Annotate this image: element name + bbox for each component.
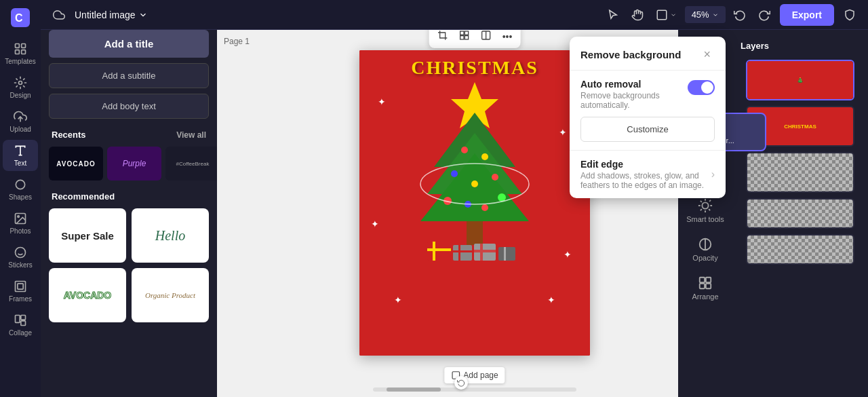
svg-point-13 — [16, 248, 26, 258]
sidebar-label-frames: Frames — [9, 295, 32, 303]
svg-point-38 — [498, 193, 506, 202]
svg-rect-5 — [22, 50, 26, 54]
svg-rect-45 — [427, 248, 451, 251]
svg-point-32 — [461, 147, 468, 153]
svg-rect-20 — [21, 321, 26, 326]
sidebar-item-templates[interactable]: Templates — [3, 38, 38, 69]
svg-point-35 — [492, 174, 498, 181]
svg-rect-18 — [16, 316, 20, 323]
recent-item-avocado[interactable]: AVOCADO — [49, 147, 103, 181]
smart-tools-label: Smart tools — [686, 215, 724, 223]
svg-rect-66 — [706, 278, 711, 282]
add-body-button[interactable]: Add body text — [49, 94, 209, 119]
svg-rect-16 — [16, 282, 26, 292]
sidebar-item-shapes[interactable]: Shapes — [3, 174, 38, 205]
sparkle-6: ✦ — [547, 295, 555, 305]
undo-button[interactable] — [730, 5, 750, 25]
sparkle-5: ✦ — [394, 295, 402, 305]
recommended-header: Recommended — [41, 183, 217, 206]
frame-tool-button[interactable] — [652, 5, 681, 25]
float-more-button[interactable]: ••• — [500, 30, 515, 45]
auto-removal-row: Auto removal Remove backgrounds automati… — [580, 79, 715, 110]
sidebar-item-text[interactable]: Text — [3, 140, 38, 171]
top-bar: Untitled image 45% Export — [41, 0, 868, 30]
sidebar-item-collage[interactable]: Collage — [3, 309, 38, 341]
float-crop-button[interactable] — [435, 30, 451, 45]
recents-header: Recents View all — [41, 121, 217, 144]
shield-button[interactable] — [840, 5, 860, 25]
recents-grid: AVOCADO Purple #CoffeeBreak › — [41, 144, 217, 183]
edit-edge-chevron-icon: › — [711, 168, 715, 181]
svg-rect-19 — [21, 316, 26, 320]
svg-rect-3 — [22, 44, 26, 48]
sidebar-label-stickers: Stickers — [8, 261, 33, 269]
add-subtitle-button[interactable]: Add a subtitle — [49, 63, 209, 88]
float-grid-button[interactable] — [456, 30, 473, 45]
svg-rect-46 — [453, 245, 472, 261]
zoom-button[interactable]: 45% — [685, 6, 726, 23]
edit-edge-section[interactable]: Edit edge Add shadows, strokes, glow, an… — [570, 151, 726, 198]
svg-point-10 — [16, 180, 24, 189]
svg-rect-68 — [706, 284, 711, 288]
redo-button[interactable] — [754, 5, 774, 25]
svg-point-6 — [19, 81, 22, 85]
svg-rect-67 — [700, 284, 705, 288]
canvas-image: ✦ ✦ ✦ ✦ ✦ ✦ CHRISTMAS — [359, 50, 590, 356]
sparkle-1: ✦ — [378, 96, 386, 107]
sidebar-label-design: Design — [9, 92, 31, 99]
icon-bar: C Templates Design Upload Text Shapes Ph… — [0, 0, 41, 397]
canvas-scrollbar[interactable] — [373, 387, 576, 392]
float-flip-button[interactable] — [478, 30, 494, 45]
svg-rect-48 — [453, 250, 472, 252]
svg-rect-53 — [504, 247, 506, 261]
svg-point-12 — [18, 216, 19, 218]
remove-bg-header: Remove background × — [570, 37, 726, 71]
select-tool-button[interactable] — [603, 5, 623, 25]
rotate-handle[interactable] — [454, 376, 468, 390]
scrollbar-thumb — [387, 387, 441, 392]
export-button[interactable]: Export — [780, 4, 834, 26]
page-label: Page 1 — [224, 37, 250, 46]
christmas-title: CHRISTMAS — [411, 57, 538, 79]
auto-removal-toggle[interactable] — [688, 80, 715, 95]
svg-rect-23 — [465, 31, 468, 35]
add-page-button[interactable]: Add page — [444, 367, 505, 383]
cloud-save-button[interactable] — [49, 5, 69, 25]
auto-removal-title: Auto removal — [580, 79, 688, 90]
opacity-label: Opacity — [692, 254, 717, 262]
rec-item-hello[interactable]: Hello — [132, 208, 209, 263]
sidebar-item-stickers[interactable]: Stickers — [3, 242, 38, 273]
rec-item-organic[interactable]: Organic Product — [132, 268, 209, 322]
hand-tool-button[interactable] — [627, 5, 648, 25]
remove-bg-close-button[interactable]: × — [699, 46, 715, 63]
recent-item-purple[interactable]: Purple — [107, 147, 161, 181]
opacity-tool[interactable]: Opacity — [644, 231, 766, 267]
arrange-label: Arrange — [692, 292, 718, 301]
recommended-label: Recommended — [52, 191, 115, 202]
svg-rect-42 — [467, 221, 483, 245]
sparkle-4: ✦ — [564, 249, 572, 260]
recent-item-coffee[interactable]: #CoffeeBreak — [165, 147, 217, 181]
view-all-link[interactable]: View all — [176, 130, 206, 140]
bottom-toolbar: Add page — [444, 367, 505, 383]
christmas-tree — [407, 79, 542, 269]
customize-button[interactable]: Customize — [580, 117, 715, 142]
top-bar-right: Export — [780, 4, 860, 26]
edit-edge-title: Edit edge — [580, 159, 711, 170]
sidebar-item-design[interactable]: Design — [3, 72, 38, 103]
sidebar-item-upload[interactable]: Upload — [3, 106, 38, 137]
sidebar-item-photos[interactable]: Photos — [3, 208, 38, 239]
remove-bg-panel: Remove background × Auto removal Remove … — [570, 37, 726, 198]
sidebar-item-frames[interactable]: Frames — [3, 276, 38, 307]
auto-removal-desc: Remove backgrounds automatically. — [580, 91, 688, 110]
left-panel: Text Add a title Add a subtitle Add body… — [41, 0, 217, 397]
rec-item-supersale[interactable]: Super Sale — [49, 208, 126, 263]
sidebar-label-collage: Collage — [9, 329, 32, 337]
doc-name[interactable]: Untitled image — [75, 10, 148, 20]
recents-label: Recents — [52, 130, 86, 140]
add-title-button[interactable]: Add a title — [49, 30, 209, 58]
svg-rect-22 — [460, 31, 464, 35]
rec-item-avocado2[interactable]: AVOCADO — [49, 268, 126, 322]
arrange-tool[interactable]: Arrange — [644, 270, 766, 306]
app-logo[interactable]: C — [8, 5, 33, 30]
